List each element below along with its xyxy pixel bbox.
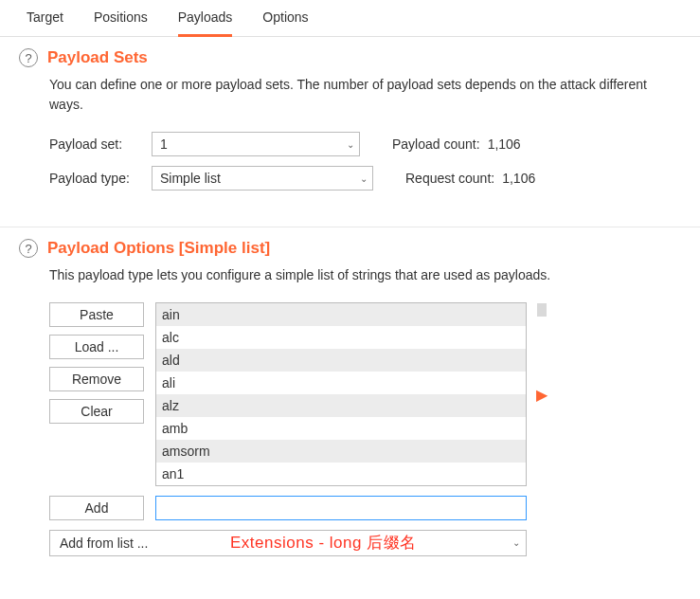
payload-sets-section: ? Payload Sets You can define one or mor… — [0, 37, 700, 219]
help-icon[interactable]: ? — [19, 239, 38, 258]
load-button[interactable]: Load ... — [49, 335, 144, 359]
add-from-list-select[interactable]: Add from list ... ⌄ Extensions - long 后缀… — [49, 530, 527, 556]
payload-set-label: Payload set: — [49, 136, 144, 152]
list-item[interactable]: ain — [156, 303, 526, 326]
add-payload-input[interactable] — [155, 496, 527, 520]
payload-list[interactable]: ain alc ald ali alz amb amsorm an1 — [155, 302, 527, 486]
annotation-text: Extensions - long 后缀名 — [230, 531, 417, 555]
list-item[interactable]: amsorm — [156, 440, 526, 463]
tab-positions[interactable]: Positions — [94, 9, 148, 36]
add-from-list-label: Add from list ... — [60, 535, 148, 551]
payload-type-label: Payload type: — [49, 171, 144, 186]
list-item[interactable]: ald — [156, 349, 526, 372]
payload-count-label: Payload count: — [392, 136, 480, 152]
payload-set-select[interactable] — [152, 132, 360, 156]
request-count-label: Request count: — [405, 171, 494, 186]
chevron-down-icon: ⌄ — [512, 531, 520, 555]
right-triangle-icon[interactable]: ▶ — [536, 386, 547, 404]
remove-button[interactable]: Remove — [49, 367, 144, 391]
add-button[interactable]: Add — [49, 496, 144, 520]
paste-button[interactable]: Paste — [49, 302, 144, 327]
list-item[interactable]: alc — [156, 326, 526, 349]
sets-description: You can define one or more payload sets.… — [49, 75, 681, 115]
section-title-sets: Payload Sets — [47, 48, 148, 67]
help-icon[interactable]: ? — [19, 48, 38, 67]
tab-target[interactable]: Target — [27, 9, 63, 36]
options-description: This payload type lets you configure a s… — [49, 265, 681, 285]
list-item[interactable]: alz — [156, 394, 526, 417]
list-item[interactable]: ali — [156, 372, 526, 394]
clear-button[interactable]: Clear — [49, 399, 144, 424]
section-title-options: Payload Options [Simple list] — [47, 239, 270, 258]
list-item[interactable]: an1 — [156, 463, 526, 485]
tab-payloads[interactable]: Payloads — [178, 9, 233, 37]
request-count-value: 1,106 — [502, 171, 535, 186]
tab-options[interactable]: Options — [262, 9, 308, 36]
payload-options-section: ? Payload Options [Simple list] This pay… — [0, 227, 700, 575]
list-item[interactable]: amb — [156, 417, 526, 440]
payload-count-value: 1,106 — [488, 136, 521, 152]
payload-type-select[interactable] — [152, 166, 373, 191]
